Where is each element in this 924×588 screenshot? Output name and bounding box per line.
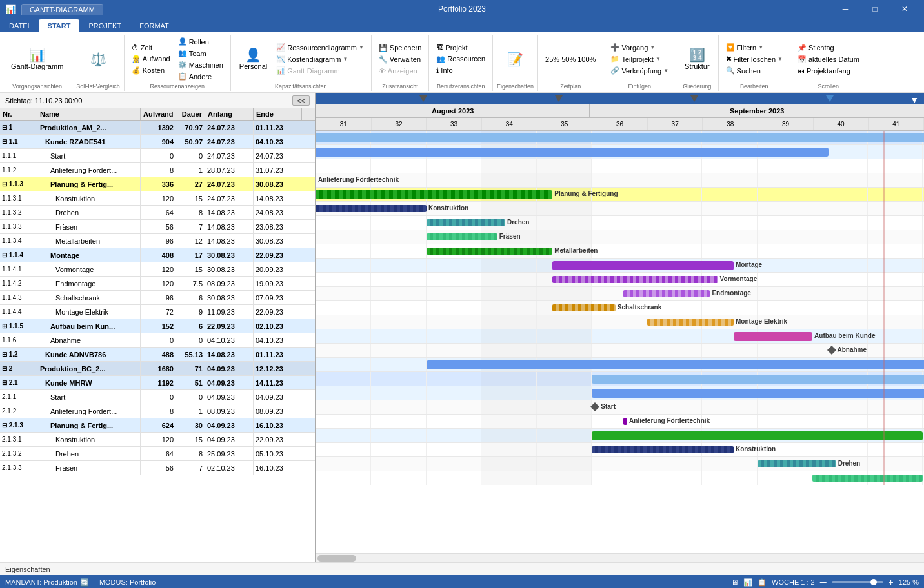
task-row-1.1.3.1[interactable]: 1.1.3.1Konstruktion1201524.07.2314.08.23 [0, 191, 315, 206]
close-button[interactable]: ✕ [890, 0, 919, 18]
maschinen-btn[interactable]: ⚙️ Maschinen [175, 59, 226, 70]
task-row-1.1.3.2[interactable]: 1.1.3.2Drehen64814.08.2324.08.23 [0, 206, 315, 220]
scroll-thumb[interactable] [317, 555, 356, 562]
month-aug: August 2023 [316, 104, 590, 117]
task-row-1.1.6[interactable]: 1.1.6Abnahme0004.10.2304.10.23 [0, 333, 315, 348]
team-btn[interactable]: 👥 Team [175, 48, 226, 59]
cell-anfang-1.1.3.2: 14.08.23 [205, 206, 254, 219]
kosten-btn[interactable]: 💰 Kosten [128, 65, 174, 76]
task-row-1.2[interactable]: ⊞ 1.2Kunde ADNVB78648855.1314.08.2301.11… [0, 348, 315, 362]
info-btn[interactable]: ℹ Info [433, 65, 488, 76]
vorgang-btn[interactable]: ➕ Vorgang ▼ [607, 42, 672, 53]
verknuepfung-btn[interactable]: 🔗 Verknüpfung ▼ [607, 65, 672, 76]
task-row-1.1.2[interactable]: 1.1.2Anlieferung Fördert...8128.07.2331.… [0, 163, 315, 177]
task-row-1.1.4.2[interactable]: 1.1.4.2Endmontage1207.508.09.2319.09.23 [0, 277, 315, 291]
verwalten-btn[interactable]: 🔧 Verwalten [376, 54, 425, 65]
soll-ist-btn[interactable]: ⚖️ [86, 50, 111, 69]
tab-projekt[interactable]: PROJEKT [79, 19, 130, 32]
cell-name-1.1.1: Start [37, 149, 141, 162]
task-row-1.1.3.4[interactable]: 1.1.3.4Metallarbeiten961214.08.2330.08.2… [0, 234, 315, 248]
col-header-aufwand: Aufwand [141, 108, 176, 120]
cell-name-1.1.5: Aufbau beim Kun... [37, 319, 141, 333]
cell-aufwand-1.1.4.2: 120 [141, 277, 176, 290]
task-row-1.1.4.1[interactable]: 1.1.4.1Vormontage1201530.08.2320.09.23 [0, 262, 315, 277]
gantt-bar-1.1.3.4 [427, 248, 552, 255]
task-row-2.1.3.3[interactable]: 2.1.3.3Fräsen56702.10.2316.10.23 [0, 461, 315, 475]
zeit-btn[interactable]: ⏱ Zeit [128, 43, 174, 53]
col-header-nr: Nr. [0, 108, 37, 120]
maximize-button[interactable]: □ [861, 0, 889, 18]
andere-btn[interactable]: 📋 Andere [175, 71, 226, 82]
task-row-2.1.3[interactable]: ⊟ 2.1.3Planung & Fertig...6243004.09.231… [0, 418, 315, 433]
bar-label-1.1.3: Planung & Fertigung [554, 190, 618, 197]
view-icon-2[interactable]: 📊 [743, 578, 752, 587]
aufwand-btn[interactable]: 👷 Aufwand [128, 54, 174, 64]
view-icon-1[interactable]: 🖥 [731, 578, 738, 586]
cost-icon: 💰 [132, 66, 141, 75]
clear-filter-icon: ✖ [726, 55, 732, 63]
gantt-diagramm-button[interactable]: 📊 Gantt-Diagramm [6, 45, 68, 74]
tab-format[interactable]: FORMAT [130, 19, 178, 32]
compare-icon: ⚖️ [90, 53, 106, 66]
cell-nr-1.1: ⊟ 1.1 [0, 135, 37, 148]
kostendiagramm-btn[interactable]: 📉 Kostendiagramm ▼ [273, 54, 367, 64]
projektanfang-btn[interactable]: ⏮ Projektanfang [794, 66, 863, 76]
task-row-2.1.2[interactable]: 2.1.2Anlieferung Fördert...8108.09.2308.… [0, 404, 315, 418]
task-row-2.1.3.2[interactable]: 2.1.3.2Drehen64825.09.2305.10.23 [0, 447, 315, 461]
task-row-1.1.5[interactable]: ⊞ 1.1.5Aufbau beim Kun...152622.09.2302.… [0, 319, 315, 333]
task-row-1.1.3[interactable]: ⊟ 1.1.3Planung & Fertig...3362724.07.233… [0, 177, 315, 191]
struktur-btn[interactable]: 🔢 Struktur [680, 45, 714, 74]
teilprojekt-btn[interactable]: 📁 Teilprojekt ▼ [607, 54, 672, 64]
aktuelles-datum-btn[interactable]: 📅 aktuelles Datum [794, 54, 863, 65]
zoom-minus[interactable]: ─ [820, 577, 827, 587]
filter-loeschen-btn[interactable]: ✖ Filter löschen ▼ [723, 54, 786, 64]
task-row-1.1[interactable]: ⊟ 1.1Kunde RZADE54190450.9724.07.2304.10… [0, 135, 315, 149]
minimize-button[interactable]: ─ [831, 0, 859, 18]
task-row-1.1.4.4[interactable]: 1.1.4.4Montage Elektrik72911.09.2322.09.… [0, 305, 315, 319]
cell-nr-2.1.3.1: 2.1.3.1 [0, 433, 37, 446]
gantt-row-1.1.3: Planung & Fertigung [316, 188, 924, 202]
tab-start[interactable]: START [39, 19, 80, 32]
task-row-1.1.1[interactable]: 1.1.1Start0024.07.2324.07.23 [0, 149, 315, 163]
task-list-header: Nr. Name Aufwand Dauer Anfang Ende [0, 108, 315, 121]
projekt-btn[interactable]: 🏗 Projekt [433, 43, 488, 53]
task-row-1.1.4[interactable]: ⊟ 1.1.4Montage4081730.08.2322.09.23 [0, 248, 315, 262]
zoom-plus[interactable]: + [889, 577, 894, 587]
gantt-tab[interactable]: GANTT-DIAGRAMM [21, 4, 103, 15]
view-icon-3[interactable]: 📋 [758, 578, 767, 587]
stichtag-btn[interactable]: 📌 Stichtag [794, 43, 863, 54]
task-row-2.1.1[interactable]: 2.1.1Start0004.09.2304.09.23 [0, 390, 315, 404]
gantt-hscrollbar[interactable] [316, 553, 924, 562]
task-row-2[interactable]: ⊟ 2Produktion_BC_2...16807104.09.2312.12… [0, 362, 315, 376]
refresh-icon[interactable]: 🔄 [80, 578, 89, 587]
cell-aufwand-1.1.1: 0 [141, 149, 176, 162]
task-row-2.1[interactable]: ⊟ 2.1Kunde MHRW11925104.09.2314.11.23 [0, 376, 315, 390]
zeitplan-zoom-btn[interactable]: 25% 50% 100% [542, 54, 599, 64]
personal-btn[interactable]: 👤 Personal [235, 45, 272, 74]
collapse-btn[interactable]: << [292, 95, 310, 106]
gantt-row-1.1.4.2: Endmontage [316, 287, 924, 301]
anzeigen-btn[interactable]: 👁 Anzeigen [376, 66, 425, 76]
task-row-2.1.3.1[interactable]: 2.1.3.1Konstruktion1201504.09.2322.09.23 [0, 433, 315, 447]
gantt-diag-btn[interactable]: 📊 Gantt-Diagramm [273, 65, 367, 76]
ressourcen-btn[interactable]: 👥 Ressourcen [433, 54, 488, 64]
task-row-1[interactable]: ⊟ 1Produktion_AM_2...139270.9724.07.2301… [0, 121, 315, 135]
eigenschaften-btn[interactable]: 📝 [503, 50, 528, 69]
cell-nr-2.1: ⊟ 2.1 [0, 376, 37, 389]
task-row-1.1.4.3[interactable]: 1.1.4.3Schaltschrank96630.08.2307.09.23 [0, 291, 315, 305]
filtern-btn[interactable]: 🔽 Filtern ▼ [723, 42, 786, 53]
role-icon: 👤 [178, 37, 187, 46]
zoom-slider[interactable] [832, 581, 883, 583]
marker-1 [419, 95, 427, 102]
speichern-btn[interactable]: 💾 Speichern [376, 43, 425, 54]
task-row-1.1.3.3[interactable]: 1.1.3.3Fräsen56714.08.2323.08.23 [0, 220, 315, 234]
gantt-row-1: Kunde RZADE54 [316, 131, 924, 145]
stichtag-text: Stichtag: [5, 97, 33, 104]
cell-ende-2.1.3.1: 22.09.23 [254, 433, 302, 446]
rollen-btn[interactable]: 👤 Rollen [175, 36, 226, 47]
gantt-row-1.1.3.3: Fräsen [316, 230, 924, 244]
tab-datei[interactable]: DATEI [0, 19, 39, 32]
cell-ende-1.1.4.1: 20.09.23 [254, 262, 302, 276]
ressourcendiagramm-btn[interactable]: 📈 Ressourcendiagramm ▼ [273, 42, 367, 53]
suchen-btn[interactable]: 🔍 Suchen [723, 65, 786, 76]
